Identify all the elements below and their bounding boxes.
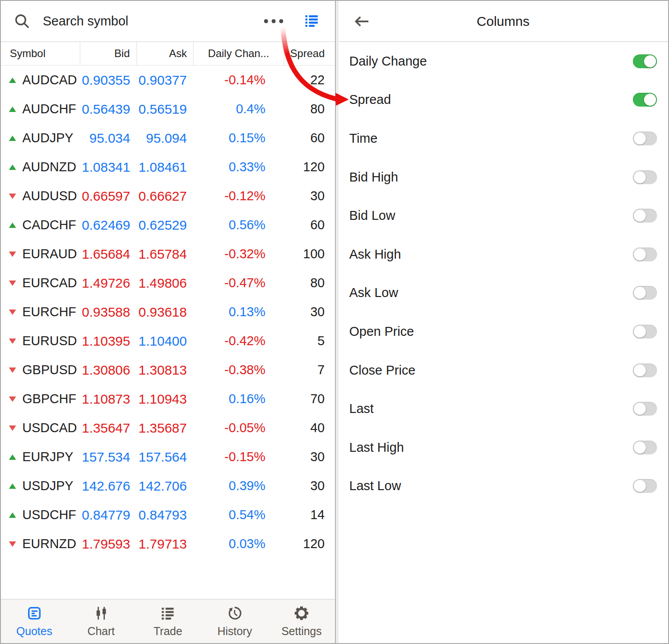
column-label: Spread: [349, 92, 391, 107]
spread-value: 80: [284, 276, 335, 290]
toggle-bid-low[interactable]: [633, 209, 657, 223]
toggle-knob: [634, 403, 646, 415]
quotes-panel: Search symbol Symbol Bi: [1, 1, 336, 643]
symbol-cell: EURUSD: [1, 334, 80, 348]
nav-quotes[interactable]: Quotes: [10, 605, 59, 638]
bid-value: 157.534: [80, 450, 137, 465]
column-row-spread: Spread: [338, 81, 668, 120]
toggle-close-price[interactable]: [633, 363, 657, 377]
bid-value: 1.65684: [80, 247, 137, 262]
ask-value: 157.564: [137, 450, 194, 465]
toggle-knob: [634, 287, 646, 299]
back-button[interactable]: [353, 13, 370, 31]
toggle-ask-high[interactable]: [633, 248, 657, 261]
up-triangle-icon: [9, 512, 16, 518]
ask-value: 0.84793: [137, 508, 194, 523]
toggle-last-high[interactable]: [633, 441, 657, 454]
columns-header: Columns: [338, 1, 668, 42]
bottom-nav: Quotes Chart Trade History Settings: [1, 599, 335, 643]
columns-panel: Columns Daily ChangeSpreadTimeBid HighBi…: [338, 1, 668, 643]
down-triangle-icon: [9, 252, 16, 257]
table-row[interactable]: AUDCAD0.903550.90377-0.14%22: [1, 66, 335, 95]
spread-value: 120: [284, 537, 335, 551]
spread-value: 30: [284, 305, 335, 319]
table-row[interactable]: EURCAD1.497261.49806-0.47%80: [1, 268, 335, 297]
bid-value: 0.90355: [80, 73, 137, 88]
toggle-knob: [634, 248, 646, 260]
column-row-bid-low: Bid Low: [338, 196, 668, 235]
table-row[interactable]: EURUSD1.103951.10400-0.42%5: [1, 326, 335, 355]
list-view-button[interactable]: [301, 10, 322, 33]
table-row[interactable]: GBPCHF1.108731.109430.16%70: [1, 384, 335, 413]
toggle-spread[interactable]: [633, 93, 657, 107]
spread-value: 5: [284, 334, 335, 348]
up-triangle-icon: [9, 165, 16, 170]
toggle-open-price[interactable]: [633, 325, 657, 339]
table-row[interactable]: AUDCHF0.564390.565190.4%80: [1, 95, 335, 124]
daily-change-value: 0.4%: [194, 102, 284, 116]
symbol-name: EURNZD: [22, 537, 76, 551]
column-row-last: Last: [338, 389, 668, 428]
nav-label: Quotes: [17, 625, 53, 638]
more-menu-button[interactable]: [260, 15, 288, 28]
column-label: Ask Low: [349, 285, 398, 300]
column-label: Last High: [349, 440, 404, 455]
column-label: Open Price: [349, 324, 414, 339]
table-row[interactable]: AUDJPY95.03495.0940.15%60: [1, 124, 335, 153]
search-input[interactable]: Search symbol: [1, 1, 335, 42]
daily-change-value: -0.12%: [194, 189, 284, 203]
symbol-cell: EURJPY: [1, 450, 80, 464]
down-triangle-icon: [9, 367, 16, 373]
toggle-time[interactable]: [633, 132, 657, 145]
spread-value: 120: [284, 160, 335, 174]
down-triangle-icon: [9, 396, 16, 402]
symbol-name: USDCHF: [22, 508, 76, 522]
back-arrow-icon: [353, 13, 370, 29]
table-row[interactable]: EURNZD1.795931.797130.03%120: [1, 529, 335, 558]
symbol-name: GBPCHF: [22, 392, 76, 406]
symbol-name: USDJPY: [22, 479, 73, 493]
toggle-knob: [644, 55, 656, 67]
toggle-daily-change[interactable]: [633, 54, 657, 68]
daily-change-value: -0.47%: [194, 276, 284, 290]
up-triangle-icon: [9, 136, 16, 141]
column-row-bid-high: Bid High: [338, 158, 668, 197]
column-label: Close Price: [349, 363, 415, 378]
symbol-name: USDCAD: [22, 421, 77, 435]
table-row[interactable]: EURAUD1.656841.65784-0.32%100: [1, 239, 335, 268]
nav-history[interactable]: History: [210, 605, 259, 638]
symbol-cell: USDCHF: [1, 508, 80, 522]
table-row[interactable]: AUDNZD1.083411.084610.33%120: [1, 153, 335, 182]
bid-value: 1.30806: [80, 363, 137, 378]
table-row[interactable]: CADCHF0.624690.625290.56%60: [1, 211, 335, 239]
toggle-ask-low[interactable]: [633, 286, 657, 300]
symbol-name: EURJPY: [22, 450, 73, 464]
nav-trade[interactable]: Trade: [143, 605, 192, 638]
toggle-bid-high[interactable]: [633, 170, 657, 184]
table-row[interactable]: USDJPY142.676142.7060.39%30: [1, 471, 335, 500]
table-row[interactable]: EURCHF0.935880.936180.13%30: [1, 297, 335, 326]
bid-value: 1.10395: [80, 334, 137, 349]
quotes-table-header: Symbol Bid Ask Daily Chan... Spread: [1, 42, 335, 66]
symbol-name: EURAUD: [22, 247, 77, 261]
spread-value: 70: [284, 392, 335, 406]
nav-settings[interactable]: Settings: [277, 605, 326, 638]
table-row[interactable]: GBPUSD1.308061.30813-0.38%7: [1, 355, 335, 384]
ask-value: 0.56519: [137, 102, 194, 117]
toggle-last[interactable]: [633, 402, 657, 416]
table-row[interactable]: USDCAD1.356471.35687-0.05%40: [1, 413, 335, 442]
table-row[interactable]: AUDUSD0.665970.66627-0.12%30: [1, 182, 335, 211]
symbol-name: EURUSD: [22, 334, 77, 348]
column-row-last-high: Last High: [338, 428, 668, 467]
toggle-knob: [634, 326, 646, 338]
ask-value: 1.49806: [137, 276, 194, 291]
search-placeholder: Search symbol: [43, 14, 128, 29]
toggle-last-low[interactable]: [633, 479, 657, 493]
table-row[interactable]: USDCHF0.847790.847930.54%14: [1, 500, 335, 529]
table-row[interactable]: EURJPY157.534157.564-0.15%30: [1, 442, 335, 471]
column-label: Last Low: [349, 479, 401, 493]
app-screen: Search symbol Symbol Bi: [0, 0, 669, 644]
column-label: Ask High: [349, 247, 401, 262]
down-triangle-icon: [9, 541, 16, 547]
nav-chart[interactable]: Chart: [77, 605, 126, 638]
